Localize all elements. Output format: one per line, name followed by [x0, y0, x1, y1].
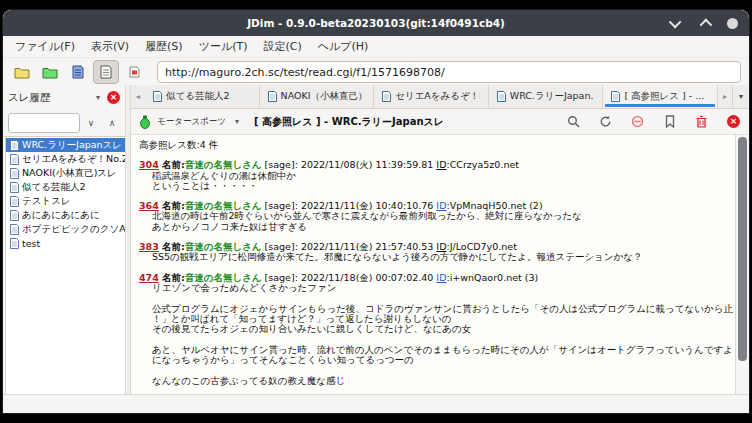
vertical-scrollbar[interactable]: [735, 135, 749, 395]
tab-scroll-left-icon[interactable]: ◂: [131, 85, 145, 108]
thread-history-label: 似てる芸能人2: [22, 181, 86, 194]
tab-label: セリエAをみるぞ！No.24...: [395, 90, 480, 103]
url-bar[interactable]: [157, 61, 741, 83]
tab-doc-icon: [153, 91, 162, 102]
post-line: になっちゃうから」ってそんなことくらい知ってるっつーの: [139, 355, 733, 365]
sidebar-search: ∨ ∧: [3, 110, 125, 136]
stop-icon[interactable]: [630, 114, 645, 129]
post-number-link[interactable]: 304: [139, 159, 159, 170]
menu-item[interactable]: 設定(C): [255, 37, 309, 56]
sidebar-close-icon[interactable]: ×: [107, 91, 120, 104]
post-line: あと、ヤルベオヤにサイン貰った時、流れで前の人のペンでそのままもらった時にその人…: [139, 345, 733, 355]
thread-doc-icon: [10, 238, 19, 249]
thread-history-label: セリエAをみるぞ！No.244【: [22, 153, 125, 166]
sidebar: スレ履歴 ▾ × ∨ ∧ WRC.ラリーJapanスレセリエAをみるぞ！No.2…: [3, 85, 125, 395]
board-list-folder-icon[interactable]: [9, 60, 35, 84]
post-header: 304 名前:音速の名無しさん [sage]: 2022/11/08(火) 11…: [139, 160, 733, 170]
post-header: 383 名前:音速の名無しさん [sage]: 2022/11/11(金) 21…: [139, 242, 733, 252]
thread-history-item[interactable]: 似てる芸能人2: [6, 180, 125, 194]
thread-doc-icon: [10, 154, 19, 165]
image-view-icon[interactable]: [121, 60, 147, 84]
post-header: 364 名前:音速の名無しさん [sage]: 2022/11/11(金) 10…: [139, 201, 733, 211]
menu-item[interactable]: ファイル(F): [7, 37, 83, 56]
tab-scroll-right-icon[interactable]: ▸: [718, 85, 732, 108]
post-name-label: 名前:: [162, 241, 185, 252]
right-pane: ◂ 似てる芸能人2NAOKI（小林直己）スレセリエAをみるぞ！No.24...W…: [131, 85, 749, 395]
post-author: 音速の名無しさん: [185, 200, 262, 211]
sidebar-dropdown-icon[interactable]: ▾: [93, 93, 103, 102]
post-line: リエゾンで会っためんどくさかったファン: [139, 283, 733, 293]
post-number-link[interactable]: 383: [139, 241, 159, 252]
close-window-icon[interactable]: [725, 16, 739, 30]
post: 364 名前:音速の名無しさん [sage]: 2022/11/11(金) 10…: [139, 201, 733, 232]
menu-item[interactable]: 履歴(S): [137, 37, 191, 56]
post: 383 名前:音速の名無しさん [sage]: 2022/11/11(金) 21…: [139, 242, 733, 263]
thread-tab[interactable]: [ 高参照レス ] - ...: [603, 85, 718, 108]
post-author: 音速の名無しさん: [185, 159, 262, 170]
post: 304 名前:音速の名無しさん [sage]: 2022/11/08(火) 11…: [139, 160, 733, 191]
sidebar-title: スレ履歴: [8, 91, 89, 105]
minimize-icon[interactable]: [669, 16, 683, 30]
menu-bar: ファイル(F)表示(V)履歴(S)ツール(T)設定(C)ヘルプ(H): [3, 36, 749, 58]
app-window: JDim - 0.9.0-beta20230103(git:14f0491cb4…: [3, 10, 749, 413]
thread-doc-icon: [10, 224, 19, 235]
tab-list-dropdown-icon[interactable]: ▾: [732, 85, 749, 108]
thread-history-item[interactable]: test: [6, 236, 125, 250]
sidebar-header: スレ履歴 ▾ ×: [3, 85, 125, 110]
close-icon[interactable]: ×: [726, 114, 741, 129]
favorite-folder-icon[interactable]: [37, 60, 63, 84]
menu-item[interactable]: ツール(T): [191, 37, 256, 56]
thread-doc-icon: [10, 210, 19, 221]
post-name-label: 名前:: [162, 159, 185, 170]
post-id-link: ID: [436, 241, 446, 252]
post-id-link[interactable]: ID: [436, 200, 446, 211]
window-controls: [669, 10, 739, 36]
menu-item[interactable]: ヘルプ(H): [310, 37, 377, 56]
thread-history-item[interactable]: NAOKI(小林直己)スレ: [6, 166, 125, 180]
bookmark-icon[interactable]: [662, 114, 677, 129]
post-number-link[interactable]: 364: [139, 200, 159, 211]
thread-view: 高参照レス数:4 件 304 名前:音速の名無しさん [sage]: 2022/…: [131, 135, 749, 395]
thread-history-item[interactable]: WRC.ラリーJapanスレ: [6, 138, 125, 152]
thread-list-icon[interactable]: [65, 60, 91, 84]
search-icon[interactable]: [566, 114, 581, 129]
post-line: なんなのこの古参ぶってる奴の教え魔な感じ: [139, 376, 733, 386]
post-author: 音速の名無しさん: [185, 272, 262, 283]
thread-doc-icon: [10, 140, 19, 151]
post-name-label: 名前:: [162, 200, 185, 211]
post-line: ということは・・・・・: [139, 181, 733, 191]
thread-view-icon[interactable]: [93, 60, 119, 84]
thread-history-label: あにあにあにあに: [22, 209, 100, 222]
reload-icon[interactable]: [598, 114, 613, 129]
thread-tab[interactable]: WRC.ラリーJapan...: [489, 85, 604, 108]
tab-label: NAOKI（小林直己）スレ: [281, 90, 366, 103]
search-prev-icon[interactable]: ∧: [102, 113, 122, 133]
board-dropdown-icon[interactable]: ▾: [232, 117, 242, 126]
thread-tab[interactable]: セリエAをみるぞ！No.24...: [374, 85, 489, 108]
maximize-icon[interactable]: [697, 16, 711, 30]
thread-history-item[interactable]: ポプテピピックのクソAA: [6, 222, 125, 236]
menu-item[interactable]: 表示(V): [83, 37, 137, 56]
thread-history-item[interactable]: あにあにあにあに: [6, 208, 125, 222]
delete-icon[interactable]: [694, 114, 709, 129]
thread-tab[interactable]: NAOKI（小林直己）スレ: [260, 85, 375, 108]
search-next-icon[interactable]: ∨: [81, 113, 101, 133]
thread-history-label: ポプテピピックのクソAA: [22, 223, 125, 236]
main-toolbar: [3, 58, 749, 87]
titlebar[interactable]: JDim - 0.9.0-beta20230103(git:14f0491cb4…: [3, 10, 749, 36]
thread-history-item[interactable]: セリエAをみるぞ！No.244【: [6, 152, 125, 166]
post-number-link[interactable]: 474: [139, 272, 159, 283]
post-list: 高参照レス数:4 件 304 名前:音速の名無しさん [sage]: 2022/…: [131, 135, 735, 395]
post-id-link[interactable]: ID: [436, 272, 446, 283]
tab-label: [ 高参照レス ] - ...: [624, 90, 704, 103]
tab-label: 似てる芸能人2: [166, 90, 230, 103]
status-bar: [3, 394, 749, 413]
scrollbar-thumb[interactable]: [738, 137, 747, 361]
board-favicon-icon: [139, 115, 151, 129]
sidebar-search-input[interactable]: [8, 113, 80, 133]
board-name-dropdown[interactable]: モータースポーツ: [157, 116, 226, 128]
post-line: [139, 365, 733, 375]
thread-tab[interactable]: 似てる芸能人2: [145, 85, 260, 108]
post-line: その後見てたらオジェの知り合いみたいに親しくしてたけど、なにあの女: [139, 324, 733, 334]
thread-history-item[interactable]: テストスレ: [6, 194, 125, 208]
